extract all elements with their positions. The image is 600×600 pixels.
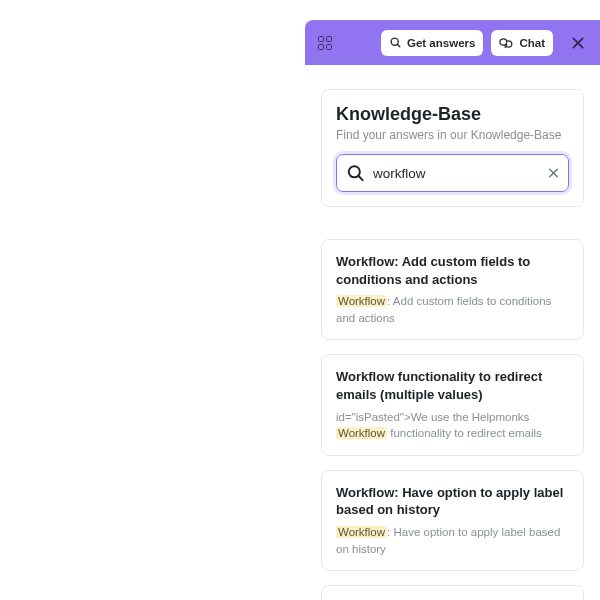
result-item[interactable]: Workflow functionality to redirect email… xyxy=(321,354,584,455)
search-field-wrap[interactable] xyxy=(336,154,569,192)
get-answers-label: Get answers xyxy=(407,37,475,49)
search-icon xyxy=(346,164,365,183)
svg-line-1 xyxy=(397,44,400,47)
kb-subtitle: Find your answers in our Knowledge-Base xyxy=(336,128,569,142)
search-input[interactable] xyxy=(373,166,538,181)
svg-line-5 xyxy=(358,176,362,180)
highlight: Workflow xyxy=(336,427,387,439)
highlight: Workflow xyxy=(336,526,387,538)
panel-header: Get answers Chat xyxy=(305,20,600,65)
highlight: Workflow xyxy=(336,295,387,307)
panel-content: Knowledge-Base Find your answers in our … xyxy=(305,65,600,600)
kb-card: Knowledge-Base Find your answers in our … xyxy=(321,89,584,207)
clear-search-icon[interactable] xyxy=(547,167,560,180)
result-title: Workflow: Have option to apply label bas… xyxy=(336,484,569,519)
close-icon xyxy=(570,35,586,51)
kb-title: Knowledge-Base xyxy=(336,104,569,125)
result-snippet: id="isPasted">We use the Helpmonks Workf… xyxy=(336,409,569,442)
close-button[interactable] xyxy=(566,31,590,55)
result-item[interactable]: Workflow: Have option to apply label bas… xyxy=(321,470,584,571)
result-snippet: Workflow: Add custom fields to condition… xyxy=(336,293,569,326)
result-snippet: Workflow: Have option to apply label bas… xyxy=(336,524,569,557)
chat-label: Chat xyxy=(519,37,545,49)
get-answers-button[interactable]: Get answers xyxy=(381,30,483,56)
chat-button[interactable]: Chat xyxy=(491,30,553,56)
result-item[interactable]: Workflow: Add custom fields to condition… xyxy=(321,239,584,340)
result-title: Workflow functionality to redirect email… xyxy=(336,368,569,403)
help-panel: Get answers Chat Knowledge-Base Find you… xyxy=(305,20,600,600)
result-title: Workflow: Add custom fields to condition… xyxy=(336,253,569,288)
results-list: Workflow: Add custom fields to condition… xyxy=(321,239,584,600)
result-item[interactable]: Workflow: User's email assignmentWorkflo… xyxy=(321,585,584,600)
apps-grid-icon[interactable] xyxy=(315,33,335,53)
search-icon xyxy=(389,36,402,49)
chat-icon xyxy=(499,36,514,50)
